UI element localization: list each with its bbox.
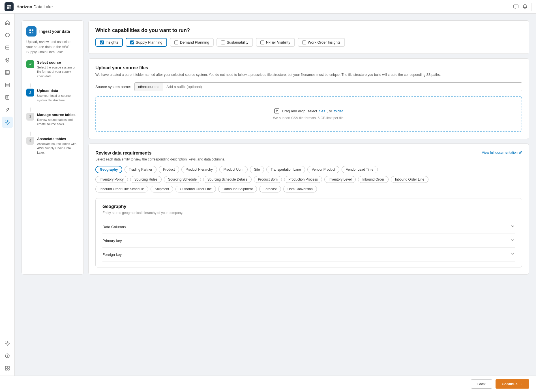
sidebar-item-catalog[interactable] — [2, 29, 13, 41]
tag-inbound-order-line[interactable]: Inbound Order Line — [391, 176, 428, 183]
accordion-header-data-columns[interactable]: Data Columns — [102, 220, 515, 234]
step-3-content: Manage source tables Review source table… — [37, 113, 79, 127]
accordion-label-data-columns: Data Columns — [102, 225, 126, 229]
svg-rect-33 — [32, 32, 33, 33]
sidebar-item-chart[interactable] — [2, 79, 13, 91]
tag-sourcing-rules[interactable]: Sourcing Rules — [130, 176, 162, 183]
accordion-foreign-key: Foreign key — [102, 248, 515, 262]
sidebar-item-layers[interactable] — [2, 42, 13, 53]
sidebar — [0, 14, 15, 392]
cap-input-insights[interactable] — [100, 40, 104, 44]
dropzone-icon-row: Drag and drop, select files , or folder — [274, 108, 344, 114]
cap-label-demand-planning: Demand Planning — [180, 40, 209, 44]
svg-rect-3 — [9, 7, 11, 9]
cap-checkbox-sustainability[interactable]: Sustainability — [216, 38, 253, 47]
cap-checkbox-insights[interactable]: Insights — [95, 38, 123, 47]
cap-input-work-order[interactable] — [302, 40, 306, 44]
capabilities-row: InsightsSupply PlanningDemand PlanningSu… — [95, 38, 522, 47]
tag-inventory-policy[interactable]: Inventory Policy — [95, 176, 128, 183]
chat-button[interactable] — [513, 4, 519, 10]
cap-label-sustainability: Sustainability — [227, 40, 248, 44]
svg-rect-32 — [29, 32, 31, 33]
cap-input-demand-planning[interactable] — [174, 40, 178, 44]
view-docs-link[interactable]: View full documentation — [482, 151, 522, 155]
cap-label-n-tier: N-Tier Visibility — [266, 40, 290, 44]
tag-production-process[interactable]: Production Process — [284, 176, 322, 183]
tag-trading-partner[interactable]: Trading Partner — [125, 166, 156, 173]
step-1: ✓ Select source Select the source system… — [26, 60, 79, 78]
tag-inbound-order[interactable]: Inbound Order — [358, 176, 388, 183]
svg-rect-2 — [7, 7, 9, 9]
tag-sourcing-schedule-details[interactable]: Sourcing Schedule Details — [203, 176, 252, 183]
tag-shipment[interactable]: Shipment — [151, 186, 173, 192]
tags-row-1: GeographyTrading PartnerProductProduct H… — [95, 166, 522, 173]
step-line-2 — [30, 108, 31, 112]
review-card: Review data requirements View full docum… — [88, 143, 529, 275]
accordion-data-columns: Data Columns — [102, 220, 515, 234]
sidebar-item-notes[interactable] — [2, 92, 13, 103]
tag-product-hierarchy[interactable]: Product Hierarchy — [181, 166, 217, 173]
cap-input-sustainability[interactable] — [221, 40, 225, 44]
step-4-icon: 4 — [26, 137, 34, 145]
tag-inventory-level[interactable]: Inventory Level — [324, 176, 356, 183]
tag-forecast[interactable]: Forecast — [259, 186, 281, 192]
review-header: Review data requirements View full docum… — [95, 151, 522, 156]
cap-input-n-tier[interactable] — [260, 40, 264, 44]
cap-checkbox-n-tier[interactable]: N-Tier Visibility — [256, 38, 295, 47]
tag-product[interactable]: Product — [159, 166, 179, 173]
accordion-chevron-data-columns — [511, 224, 515, 230]
tag-vendor-lead-time[interactable]: Vendor Lead Time — [342, 166, 378, 173]
tag-geography[interactable]: Geography — [95, 166, 122, 173]
dropzone-sub: We support CSV file formats. 5 GB limit … — [273, 116, 345, 120]
tag-transportation-lane[interactable]: Transportation Lane — [266, 166, 305, 173]
tag-uom-conversion[interactable]: Uom Conversion — [283, 186, 317, 192]
step-2-content: Upload data Use your local or source sys… — [37, 89, 79, 102]
sidebar-item-grid-bottom[interactable] — [2, 363, 13, 374]
tag-vendor-product[interactable]: Vendor Product — [307, 166, 339, 173]
accordion-list: Data Columns Primary key Foreign key — [102, 220, 515, 262]
sidebar-item-home[interactable] — [2, 17, 13, 28]
dropzone[interactable]: Drag and drop, select files , or folder … — [95, 96, 522, 132]
svg-rect-0 — [7, 5, 9, 7]
app-logo — [5, 2, 14, 11]
ingest-icon — [26, 26, 37, 37]
tag-product-bom[interactable]: Product Bom — [254, 176, 282, 183]
tag-inbound-order-line-schedule[interactable]: Inbound Order Line Schedule — [95, 186, 148, 192]
external-link-icon — [519, 151, 522, 154]
sidebar-item-settings-active[interactable] — [2, 117, 13, 128]
tag-site[interactable]: Site — [250, 166, 264, 173]
svg-point-20 — [7, 122, 8, 123]
notification-button[interactable] — [522, 4, 528, 10]
topbar: Horizon Data Lake — [0, 0, 536, 14]
tag-outbound-shipment[interactable]: Outbound Shipment — [218, 186, 257, 192]
right-panel: Which capabilities do you want to run? I… — [88, 20, 529, 275]
source-name-suffix-input[interactable] — [163, 83, 522, 91]
dropzone-files-link[interactable]: files — [319, 109, 325, 113]
dropzone-folder-link[interactable]: folder — [334, 109, 343, 113]
step-1-content: Select source Select the source system o… — [37, 60, 79, 78]
geo-title: Geography — [102, 204, 515, 209]
tag-sourcing-schedule[interactable]: Sourcing Schedule — [164, 176, 201, 183]
tag-outbound-order-line[interactable]: Outbound Order Line — [175, 186, 216, 192]
accordion-header-primary-key[interactable]: Primary key — [102, 234, 515, 247]
cap-input-supply-planning[interactable] — [130, 40, 134, 44]
step-line-1 — [30, 83, 31, 87]
cap-checkbox-demand-planning[interactable]: Demand Planning — [170, 38, 214, 47]
continue-button[interactable]: Continue → — [496, 379, 529, 389]
tags-row-2: Inventory PolicySourcing RulesSourcing S… — [95, 176, 522, 183]
sidebar-item-table[interactable] — [2, 67, 13, 78]
back-button[interactable]: Back — [471, 379, 492, 389]
sidebar-item-pen[interactable] — [2, 104, 13, 115]
sidebar-item-info-bottom[interactable] — [2, 350, 13, 361]
geo-desc: Entity stores geographical hierarchy of … — [102, 211, 515, 215]
review-desc: Select each data entity to view the corr… — [95, 157, 522, 161]
tag-product-uom[interactable]: Product Uom — [219, 166, 248, 173]
sidebar-item-settings-bottom[interactable] — [2, 338, 13, 349]
cap-checkbox-supply-planning[interactable]: Supply Planning — [126, 38, 167, 47]
cap-checkbox-work-order[interactable]: Work Order Insights — [298, 38, 345, 47]
capabilities-title: Which capabilities do you want to run? — [95, 27, 522, 33]
dropzone-main-text: Drag and drop, select files , or folder — [282, 109, 344, 113]
accordion-header-foreign-key[interactable]: Foreign key — [102, 248, 515, 261]
step-line-3 — [30, 132, 31, 136]
sidebar-item-location[interactable] — [2, 54, 13, 66]
